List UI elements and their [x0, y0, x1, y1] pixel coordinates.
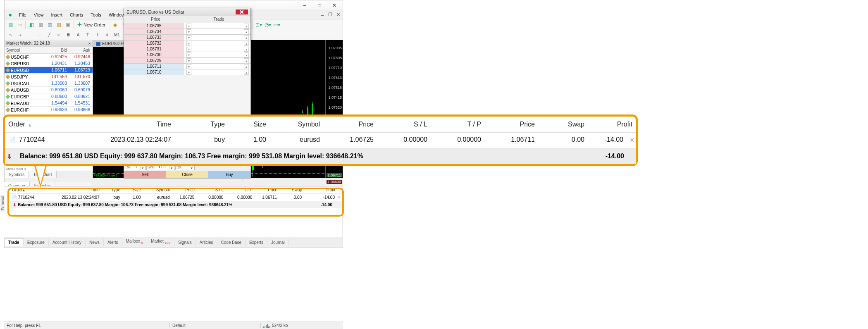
scol-profit[interactable]: Profit: [304, 186, 337, 193]
depth-row[interactable]: 1.06710▾▴: [124, 69, 250, 75]
dropdown-icon[interactable]: ▾: [186, 47, 191, 52]
scol-swap[interactable]: Swap: [279, 186, 304, 193]
dropdown-icon[interactable]: ▾: [186, 70, 191, 75]
depth-row[interactable]: 1.06711▾▴: [124, 64, 250, 69]
menu-view[interactable]: View: [30, 12, 48, 18]
vertical-line-icon[interactable]: │: [26, 31, 35, 39]
dropdown-icon[interactable]: ▾: [186, 64, 191, 69]
crosshair-icon[interactable]: ＋: [16, 31, 25, 39]
mdi-close-icon[interactable]: ✕: [334, 12, 342, 18]
terminal-tab-code-base[interactable]: Code Base: [217, 239, 246, 246]
spinner-icon[interactable]: ▴: [244, 64, 249, 69]
dropdown-icon[interactable]: ▾: [186, 41, 191, 46]
col-sl[interactable]: S / L: [377, 117, 431, 132]
channel-icon[interactable]: ≡: [54, 31, 63, 39]
menu-tools[interactable]: Tools: [87, 12, 105, 18]
mw-header-symbol[interactable]: Symbol: [5, 47, 46, 53]
depth-row[interactable]: 1.06730▾▴: [124, 52, 250, 58]
profiles-icon[interactable]: ▭: [15, 21, 24, 29]
terminal-tab-experts[interactable]: Experts: [246, 239, 267, 246]
scol-symbol[interactable]: Symbol: [143, 186, 172, 193]
scol-size[interactable]: Size: [122, 186, 143, 193]
terminal-tab-market[interactable]: Market 199: [147, 238, 174, 246]
mdi-minimize-icon[interactable]: –: [319, 12, 326, 18]
text-icon[interactable]: A: [74, 31, 83, 39]
col-swap[interactable]: Swap: [538, 117, 588, 132]
buy-button[interactable]: Buy: [208, 171, 250, 178]
mdi-restore-icon[interactable]: ❐: [327, 12, 334, 18]
scol-price2[interactable]: Price: [254, 186, 279, 193]
scol-price[interactable]: Price: [172, 186, 196, 193]
mw-row-usdchf[interactable]: USDCHF0.924250.92446: [5, 54, 93, 60]
window-minimize-button[interactable]: –: [297, 1, 312, 10]
indicators-icon[interactable]: ⊡▾: [255, 21, 263, 29]
menu-charts[interactable]: Charts: [66, 12, 87, 18]
new-order-button[interactable]: ✚ New Order: [76, 21, 107, 29]
market-watch-icon[interactable]: ◧: [27, 21, 36, 29]
mw-row-audusd[interactable]: AUDUSD0.690600.69079: [5, 87, 93, 93]
data-window-icon[interactable]: ▦: [36, 21, 45, 29]
spinner-icon[interactable]: ▴: [244, 58, 249, 63]
mw-row-eurchf[interactable]: EURCHF0.986360.98666: [5, 107, 93, 113]
dropdown-icon[interactable]: ▾: [186, 29, 191, 34]
terminal-tab-signals[interactable]: Signals: [174, 239, 196, 246]
market-watch-close-icon[interactable]: ×: [88, 41, 91, 46]
mw-tab-symbols[interactable]: Symbols: [5, 171, 29, 178]
terminal-tab-news[interactable]: News: [86, 239, 104, 246]
dropdown-icon[interactable]: ▾: [186, 24, 191, 29]
sclose-order-icon[interactable]: ×: [336, 194, 342, 201]
mw-row-eurgbp[interactable]: EURGBP0.886000.88621: [5, 93, 93, 100]
horizontal-line-icon[interactable]: ─: [35, 31, 44, 39]
col-order[interactable]: Order▴: [5, 117, 96, 132]
window-close-button[interactable]: ✕: [327, 1, 342, 10]
order-dialog-close-button[interactable]: 🗙: [236, 10, 248, 14]
col-symbol[interactable]: Symbol: [269, 117, 323, 132]
periods-icon[interactable]: ◔▾: [264, 21, 272, 29]
col-type[interactable]: Type: [174, 117, 228, 132]
navigator-icon[interactable]: ▥: [45, 21, 54, 29]
terminal-tab-exposure[interactable]: Exposure: [24, 239, 49, 246]
new-chart-icon[interactable]: ▤: [6, 21, 14, 29]
col-size[interactable]: Size: [228, 117, 269, 132]
mw-row-usdjpy[interactable]: USDJPY131.554131.570: [5, 74, 93, 80]
terminal-tab-mailbox[interactable]: Mailbox 5: [122, 238, 148, 246]
depth-row[interactable]: 1.06733▾▴: [124, 35, 250, 41]
dropdown-icon[interactable]: ▾: [186, 58, 191, 63]
metaeditor-icon[interactable]: ◆: [111, 21, 119, 29]
mw-row-euraud[interactable]: EURAUD1.544941.54531: [5, 100, 93, 107]
terminal-tab-account-history[interactable]: Account History: [49, 239, 86, 246]
templates-icon[interactable]: ▭▾: [273, 21, 281, 29]
scol-type[interactable]: Type: [101, 186, 122, 193]
depth-row[interactable]: 1.06732▾▴: [124, 41, 250, 46]
mw-row-eurusd[interactable]: EURUSD1.067111.06729: [5, 67, 93, 74]
terminal-icon[interactable]: ▤: [55, 21, 63, 29]
scol-sl[interactable]: S / L: [196, 186, 225, 193]
dropdown-icon[interactable]: ▾: [186, 52, 191, 57]
terminal-tab-journal[interactable]: Journal: [267, 239, 289, 246]
strade-row[interactable]: 📄 7710244 2023.02.13 02:24:07 buy 1.00 e…: [10, 194, 342, 201]
arrow-up-icon[interactable]: ↟: [93, 31, 102, 39]
col-profit[interactable]: Profit: [588, 117, 636, 132]
spinner-icon[interactable]: ▴: [244, 24, 249, 29]
depth-row[interactable]: 1.06729▾▴: [124, 58, 250, 64]
col-tp[interactable]: T / P: [431, 117, 484, 132]
depth-row[interactable]: 1.06735▾▴: [124, 23, 250, 29]
spinner-icon[interactable]: ▴: [244, 29, 249, 34]
mw-header-ask[interactable]: Ask: [69, 47, 93, 53]
close-order-icon[interactable]: ×: [627, 133, 636, 148]
close-order-button[interactable]: Close: [166, 171, 208, 178]
scol-tp[interactable]: T / P: [225, 186, 254, 193]
scol-time[interactable]: Time: [52, 186, 101, 193]
mw-row-gbpusd[interactable]: GBPUSD1.204311.20453: [5, 60, 93, 67]
trade-row[interactable]: 📄7710244 2023.02.13 02:24:07 buy 1.00 eu…: [5, 133, 636, 148]
arrow-down-icon[interactable]: ↡: [103, 31, 112, 39]
menu-file[interactable]: File: [15, 12, 30, 18]
cursor-icon[interactable]: ↖: [6, 31, 15, 39]
dropdown-icon[interactable]: ▾: [186, 35, 191, 40]
spinner-icon[interactable]: ▴: [244, 41, 249, 46]
spinner-icon[interactable]: ▴: [244, 70, 249, 75]
col-price[interactable]: Price: [323, 117, 377, 132]
col-price2[interactable]: Price: [484, 117, 538, 132]
depth-row[interactable]: 1.06734▾▴: [124, 29, 250, 35]
mw-row-usdcad[interactable]: USDCAD1.335831.33607: [5, 80, 93, 87]
